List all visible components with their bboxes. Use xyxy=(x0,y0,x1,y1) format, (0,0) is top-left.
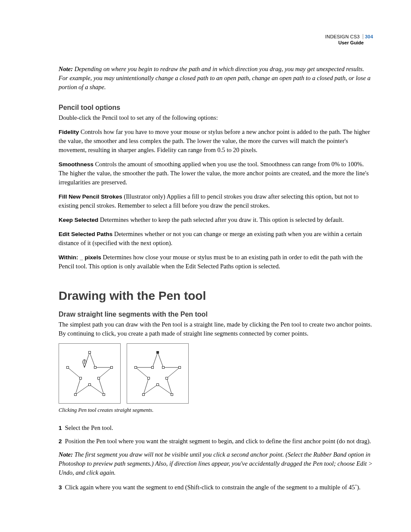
heading-straight-segments: Draw straight line segments with the Pen… xyxy=(59,311,373,318)
heading-pen-section: Drawing with the Pen tool xyxy=(59,289,373,303)
page-content: Note: Depending on where you begin to re… xyxy=(59,65,373,492)
figure-caption: Clicking Pen tool creates straight segme… xyxy=(59,406,373,414)
step-text: Click again where you want the segment t… xyxy=(65,484,361,491)
note-label: Note: xyxy=(59,451,73,458)
figure-panel-2 xyxy=(127,343,189,404)
term-fill: Fill New Pencil Strokes xyxy=(59,193,122,200)
def-edit: Edit Selected Paths Determines whether o… xyxy=(59,230,373,248)
def-fidelity: Fidelity Controls how far you have to mo… xyxy=(59,128,373,155)
def-fill: Fill New Pencil Strokes (Illustrator onl… xyxy=(59,192,373,210)
product-name: INDESIGN CS3 xyxy=(325,34,360,39)
svg-marker-1 xyxy=(136,352,180,395)
page: INDESIGN CS3 304 User Guide Note: Depend… xyxy=(0,0,411,532)
guide-label: User Guide xyxy=(325,40,373,46)
text-keep: Determines whether to keep the path sele… xyxy=(100,216,344,223)
pen-intro: The simplest path you can draw with the … xyxy=(59,320,373,338)
heading-pencil-options: Pencil tool options xyxy=(59,104,373,112)
pencil-intro: Double-click the Pencil tool to set any … xyxy=(59,113,373,122)
step-2: 2 Position the Pen tool where you want t… xyxy=(59,437,373,446)
term-keep: Keep Selected xyxy=(59,217,98,223)
step-text: Position the Pen tool where you want the… xyxy=(65,438,371,445)
def-keep: Keep Selected Determines whether to keep… xyxy=(59,215,373,224)
figure-star-segments xyxy=(59,343,373,404)
term-edit: Edit Selected Paths xyxy=(59,231,112,237)
step-text: Select the Pen tool. xyxy=(65,424,113,431)
step-3: 3 Click again where you want the segment… xyxy=(59,483,373,492)
step-1: 1 Select the Pen tool. xyxy=(59,423,373,432)
step-number: 1 xyxy=(59,425,62,431)
term-within: Within: _ pixels xyxy=(59,254,101,261)
note-first-segment: Note: The first segment you draw will no… xyxy=(59,450,373,477)
figure-panel-1 xyxy=(59,343,121,404)
text-fidelity: Controls how far you have to move your m… xyxy=(59,128,370,153)
term-smoothness: Smoothness xyxy=(59,161,93,168)
step-number: 3 xyxy=(59,484,62,491)
running-header: INDESIGN CS3 304 User Guide xyxy=(325,34,373,46)
note-label: Note: xyxy=(59,65,73,72)
def-smoothness: Smoothness Controls the amount of smooth… xyxy=(59,160,373,187)
note-redraw: Note: Depending on where you begin to re… xyxy=(59,65,373,92)
page-number: 304 xyxy=(363,34,373,39)
text-within: Determines how close your mouse or stylu… xyxy=(59,254,363,270)
step-number: 2 xyxy=(59,438,62,445)
def-within: Within: _ pixels Determines how close yo… xyxy=(59,253,373,271)
term-fidelity: Fidelity xyxy=(59,129,79,135)
note-body: Depending on where you begin to redraw t… xyxy=(59,65,371,90)
pen-cursor-icon xyxy=(81,359,87,367)
text-smoothness: Controls the amount of smoothing applied… xyxy=(59,161,369,186)
note-body: The first segment you draw will not be v… xyxy=(59,451,373,476)
